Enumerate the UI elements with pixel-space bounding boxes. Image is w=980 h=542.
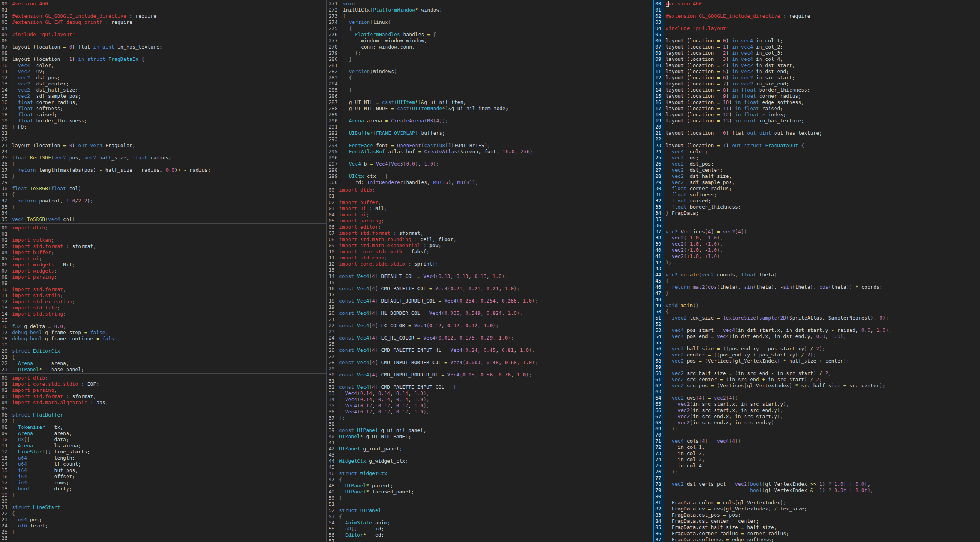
pane-vertex-shader[interactable]: 00#version 4600102#extension GL_GOOGLE_i… xyxy=(653,0,980,542)
code-line[interactable]: 279 }; xyxy=(327,50,653,56)
code-line[interactable]: 07layout (location = 1) in vec4 in_col_2… xyxy=(654,44,980,50)
code-line[interactable]: 294 FontFace font = OpenFont(cast(u8[])F… xyxy=(327,142,653,149)
code-line[interactable]: 52 xyxy=(654,321,980,327)
code-line[interactable]: 16const Vec4[4] CMD_PALETTE_COL = Vec4(0… xyxy=(327,286,653,292)
code-line[interactable]: 11import std.conv; xyxy=(327,255,653,261)
code-line[interactable]: 12 vec2 dst_pos; xyxy=(0,75,326,81)
code-line[interactable]: 20 xyxy=(0,498,326,504)
code-line[interactable]: 40 vec2(+1.0, -1.0), xyxy=(654,247,980,253)
code-line[interactable]: 29 xyxy=(0,179,326,186)
code-line[interactable]: 67 vec2(in_src_end.x, in_src_start.y), xyxy=(654,413,980,420)
code-line[interactable]: 01 xyxy=(0,7,326,13)
pane-widgets-module[interactable]: 00import dlib;0102import buffer;03import… xyxy=(327,186,653,542)
code-line[interactable]: 73 in_col_2, xyxy=(654,450,980,457)
code-line[interactable]: 06import widgets : Nil; xyxy=(0,262,326,268)
code-line[interactable]: 51 ivec2 tex_size = textureSize(sampler2… xyxy=(654,315,980,321)
code-line[interactable]: 43 xyxy=(654,266,980,272)
code-line[interactable]: 33 Vec4(0.14, 0.14, 0.14, 1.0), xyxy=(327,390,653,396)
code-line[interactable]: 78 vec2 dst_verts_pct = vec2(bool(gl_Ver… xyxy=(654,481,980,487)
code-line[interactable]: 28 vec2 dst_half_size; xyxy=(654,173,980,179)
code-line[interactable]: 01 xyxy=(327,193,653,199)
code-line[interactable]: 85 FragData.dst_half_size = half_size; xyxy=(654,524,980,530)
code-line[interactable]: 25} xyxy=(0,529,326,535)
code-line[interactable]: 296 xyxy=(327,155,653,161)
code-line[interactable]: 05 xyxy=(0,406,326,412)
code-line[interactable]: 14import std.string; xyxy=(0,311,326,317)
code-line[interactable]: 04import buffer; xyxy=(0,249,326,256)
code-line[interactable]: 02import parsing; xyxy=(0,387,326,393)
code-line[interactable]: 16layout (location = 10) in float edge_s… xyxy=(654,99,980,105)
code-line[interactable]: 23layout (location = 0) out vec4 FragCol… xyxy=(0,142,326,149)
code-line[interactable]: 36 xyxy=(654,222,980,229)
code-line[interactable]: 20 xyxy=(654,124,980,130)
code-line[interactable]: 08import parsing; xyxy=(0,274,326,280)
code-line[interactable]: 32 float raised; xyxy=(654,198,980,204)
code-line[interactable]: 80 xyxy=(654,493,980,500)
code-line[interactable]: 83 FragData.dst_pos = pos; xyxy=(654,512,980,518)
code-line[interactable]: 34 xyxy=(0,210,326,216)
code-line[interactable]: 41 xyxy=(327,440,653,446)
code-line[interactable]: 21{ xyxy=(0,354,326,360)
code-line[interactable]: 20struct EditorCtx xyxy=(0,348,326,354)
code-line[interactable]: 31 float softness; xyxy=(654,192,980,198)
code-line[interactable]: 27 xyxy=(327,353,653,360)
code-line[interactable]: 48 UIPanel* parent; xyxy=(327,483,653,489)
code-line[interactable]: 35 xyxy=(654,216,980,222)
code-line[interactable]: 07import widgets; xyxy=(0,268,326,274)
code-line[interactable]: 61 vec2 src_center = (in_src_end + in_sr… xyxy=(654,376,980,383)
code-line[interactable]: 14 u64 lf_count; xyxy=(0,461,326,467)
code-line[interactable]: 03import std.format : sformat; xyxy=(0,243,326,249)
code-line[interactable]: 281 xyxy=(327,62,653,69)
code-line[interactable]: 42UIPanel g_root_panel; xyxy=(327,446,653,452)
code-line[interactable]: 23layout (location = 1) out struct FragD… xyxy=(654,142,980,149)
code-line[interactable]: 09layout (location = 1) in struct FragDa… xyxy=(0,56,326,62)
code-line[interactable]: 86 FragData.corner_radius = corner_radiu… xyxy=(654,530,980,537)
code-line[interactable]: 11import std.stdio; xyxy=(0,293,326,299)
code-line[interactable]: 06struct FlatBuffer xyxy=(0,412,326,418)
code-line[interactable]: 60 vec2 src_half_size = (in_src_end - in… xyxy=(654,370,980,376)
code-line[interactable]: 21 xyxy=(327,316,653,323)
code-line[interactable]: 18debug bool g_frame_continue = false; xyxy=(0,336,326,342)
code-line[interactable]: 08 Tokenizer tk; xyxy=(0,424,326,430)
code-line[interactable]: 46 return mat2(cos(theta), sin(theta), -… xyxy=(654,284,980,290)
code-line[interactable]: 01 xyxy=(654,7,980,13)
code-line[interactable]: 36{ xyxy=(0,222,326,223)
code-line[interactable]: 35 Vec4(0.17, 0.17, 0.17, 1.0), xyxy=(327,403,653,409)
code-line[interactable]: 26 xyxy=(0,535,326,541)
code-line[interactable]: 26const Vec4[4] CMD_PALETTE_INPUT_HL = V… xyxy=(327,347,653,353)
code-line[interactable]: 28} xyxy=(0,173,326,179)
code-line[interactable]: 76 ); xyxy=(654,469,980,475)
code-line[interactable]: 10import std.format; xyxy=(0,286,326,293)
code-line[interactable]: 23 UIPanel* base_panel; xyxy=(0,366,326,373)
code-line[interactable]: 37vec2 Vertices[4] = vec2[4]( xyxy=(654,229,980,235)
code-line[interactable]: 17layout (location = 11) in float raised… xyxy=(654,105,980,112)
code-line[interactable]: 16f32 g_delta = 0.0; xyxy=(0,323,326,330)
code-line[interactable]: 58 vec2 pos = (Vertices[gl_VertexIndex] … xyxy=(654,358,980,364)
code-line[interactable]: 14layout (location = 8) in float border_… xyxy=(654,87,980,93)
code-line[interactable]: 284 xyxy=(327,81,653,87)
code-line[interactable]: 13layout (location = 7) in vec2 in_src_e… xyxy=(654,81,980,87)
code-line[interactable]: 55 xyxy=(654,340,980,346)
code-line[interactable]: 44vec2 rotate(vec2 coords, float theta) xyxy=(654,272,980,278)
code-line[interactable]: 77 xyxy=(654,475,980,481)
code-line[interactable]: 10 vec4 color; xyxy=(0,62,326,69)
code-line[interactable]: 12import std.exception; xyxy=(0,299,326,305)
code-line[interactable]: 07layout (location = 0) flat in uint in_… xyxy=(0,44,326,50)
code-line[interactable]: 272InitUICtx(PlatformWindow* window) xyxy=(327,7,653,13)
code-line[interactable]: 31 xyxy=(327,378,653,384)
code-line[interactable]: 14 vec2 dst_half_size; xyxy=(0,87,326,93)
code-line[interactable]: 24 u16 level; xyxy=(0,523,326,529)
code-line[interactable]: 16 i64 offset; xyxy=(0,473,326,480)
code-line[interactable]: 48 xyxy=(654,296,980,303)
code-line[interactable]: 12layout (location = 6) in vec2 in_src_s… xyxy=(654,75,980,81)
code-line[interactable]: 28const Vec4[4] CMD_INPUT_BORDER_COL = V… xyxy=(327,360,653,366)
code-line[interactable]: 291 xyxy=(327,124,653,130)
code-line[interactable]: 18const Vec4[4] DEFAULT_BORDER_COL = Vec… xyxy=(327,298,653,304)
code-line[interactable]: 12 LineStart[] line_starts; xyxy=(0,449,326,455)
code-line[interactable]: 08 xyxy=(0,50,326,56)
code-line[interactable]: 18 bool dirty; xyxy=(0,486,326,492)
code-line[interactable]: 04 xyxy=(0,25,326,32)
code-line[interactable]: 25 xyxy=(327,341,653,347)
code-line[interactable]: 03 xyxy=(654,19,980,25)
code-line[interactable]: 276 PlatformHandles handles = { xyxy=(327,32,653,38)
